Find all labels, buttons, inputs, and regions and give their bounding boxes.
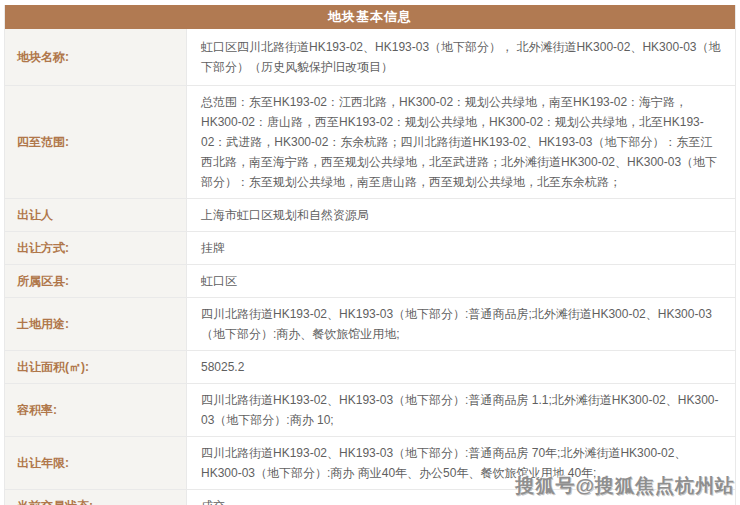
table-row: 出让面积(㎡): 58025.2 bbox=[5, 350, 735, 383]
row-label: 地块名称: bbox=[5, 29, 187, 85]
table-row: 土地用途: 四川北路街道HK193-02、HK193-03（地下部分）:普通商品… bbox=[5, 297, 735, 350]
row-label: 当前交易状态: bbox=[5, 490, 187, 505]
row-value: 总范围：东至HK193-02：江西北路，HK300-02：规划公共绿地，南至HK… bbox=[187, 86, 735, 198]
table-row: 出让人 上海市虹口区规划和自然资源局 bbox=[5, 198, 735, 231]
sohu-watermark: 搜狐号@搜狐焦点杭州站 bbox=[515, 473, 735, 499]
table-row: 容积率: 四川北路街道HK193-02、HK193-03（地下部分）:普通商品房… bbox=[5, 383, 735, 436]
row-label: 容积率: bbox=[5, 384, 187, 436]
row-value: 四川北路街道HK193-02、HK193-03（地下部分）:普通商品房;北外滩街… bbox=[187, 298, 735, 350]
row-label: 土地用途: bbox=[5, 298, 187, 350]
row-label: 出让面积(㎡): bbox=[5, 351, 187, 383]
land-info-table: 地块基本信息 地块名称: 虹口区四川北路街道HK193-02、HK193-03（… bbox=[4, 5, 736, 505]
row-label: 所属区县: bbox=[5, 265, 187, 297]
row-value: 58025.2 bbox=[187, 351, 735, 383]
table-body: 地块名称: 虹口区四川北路街道HK193-02、HK193-03（地下部分）， … bbox=[5, 29, 735, 505]
row-label: 出让方式: bbox=[5, 232, 187, 264]
table-row: 出让方式: 挂牌 bbox=[5, 231, 735, 264]
row-label: 四至范围: bbox=[5, 86, 187, 198]
row-label: 出让人 bbox=[5, 199, 187, 231]
row-value: 挂牌 bbox=[187, 232, 735, 264]
table-title: 地块基本信息 bbox=[5, 5, 735, 29]
row-value: 四川北路街道HK193-02、HK193-03（地下部分）:普通商品房 1.1;… bbox=[187, 384, 735, 436]
row-label: 出让年限: bbox=[5, 437, 187, 489]
row-value: 虹口区四川北路街道HK193-02、HK193-03（地下部分）， 北外滩街道H… bbox=[187, 29, 735, 85]
row-value: 虹口区 bbox=[187, 265, 735, 297]
table-row: 地块名称: 虹口区四川北路街道HK193-02、HK193-03（地下部分）， … bbox=[5, 29, 735, 85]
row-value: 上海市虹口区规划和自然资源局 bbox=[187, 199, 735, 231]
table-row: 所属区县: 虹口区 bbox=[5, 264, 735, 297]
table-row: 四至范围: 总范围：东至HK193-02：江西北路，HK300-02：规划公共绿… bbox=[5, 85, 735, 198]
